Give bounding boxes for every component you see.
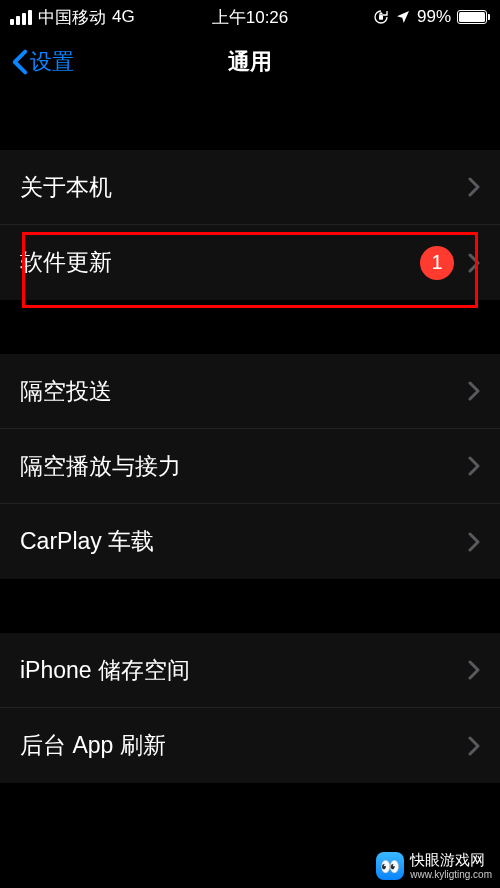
chevron-right-icon bbox=[468, 456, 480, 476]
settings-row-airplay-handoff[interactable]: 隔空播放与接力 bbox=[0, 429, 500, 504]
network-label: 4G bbox=[112, 7, 135, 27]
settings-group: 隔空投送隔空播放与接力CarPlay 车载 bbox=[0, 354, 500, 579]
settings-row-label: 关于本机 bbox=[20, 172, 468, 203]
back-label: 设置 bbox=[30, 47, 74, 77]
settings-list: 关于本机软件更新1隔空投送隔空播放与接力CarPlay 车载iPhone 储存空… bbox=[0, 150, 500, 783]
settings-row-about[interactable]: 关于本机 bbox=[0, 150, 500, 225]
group-gap bbox=[0, 579, 500, 633]
settings-row-airdrop[interactable]: 隔空投送 bbox=[0, 354, 500, 429]
settings-row-label: 软件更新 bbox=[20, 247, 420, 278]
settings-group: iPhone 储存空间后台 App 刷新 bbox=[0, 633, 500, 783]
settings-row-background-app-refresh[interactable]: 后台 App 刷新 bbox=[0, 708, 500, 783]
back-button[interactable]: 设置 bbox=[12, 47, 74, 77]
chevron-right-icon bbox=[468, 253, 480, 273]
status-time: 上午10:26 bbox=[212, 6, 289, 29]
settings-row-iphone-storage[interactable]: iPhone 储存空间 bbox=[0, 633, 500, 708]
svg-rect-0 bbox=[379, 15, 383, 20]
settings-group: 关于本机软件更新1 bbox=[0, 150, 500, 300]
notification-badge: 1 bbox=[420, 246, 454, 280]
chevron-right-icon bbox=[468, 177, 480, 197]
chevron-right-icon bbox=[468, 381, 480, 401]
watermark-logo-icon: 👀 bbox=[376, 852, 404, 880]
page-title: 通用 bbox=[228, 47, 272, 77]
status-right: 99% bbox=[373, 7, 490, 27]
carrier-label: 中国移动 bbox=[38, 6, 106, 29]
chevron-right-icon bbox=[468, 660, 480, 680]
battery-icon bbox=[457, 10, 490, 24]
signal-strength-icon bbox=[10, 10, 32, 25]
rotation-lock-icon bbox=[373, 9, 389, 25]
status-left: 中国移动 4G bbox=[10, 6, 135, 29]
chevron-left-icon bbox=[12, 49, 28, 75]
watermark-title: 快眼游戏网 bbox=[410, 852, 492, 869]
settings-row-label: 后台 App 刷新 bbox=[20, 730, 468, 761]
settings-row-software-update[interactable]: 软件更新1 bbox=[0, 225, 500, 300]
settings-row-label: CarPlay 车载 bbox=[20, 526, 468, 557]
nav-bar: 设置 通用 bbox=[0, 34, 500, 90]
chevron-right-icon bbox=[468, 736, 480, 756]
spacer bbox=[0, 90, 500, 150]
watermark: 👀 快眼游戏网 www.kyligting.com bbox=[376, 852, 492, 880]
settings-row-carplay[interactable]: CarPlay 车载 bbox=[0, 504, 500, 579]
settings-row-label: 隔空投送 bbox=[20, 376, 468, 407]
watermark-sub: www.kyligting.com bbox=[410, 869, 492, 880]
battery-pct: 99% bbox=[417, 7, 451, 27]
chevron-right-icon bbox=[468, 532, 480, 552]
settings-row-label: iPhone 储存空间 bbox=[20, 655, 468, 686]
status-bar: 中国移动 4G 上午10:26 99% bbox=[0, 0, 500, 34]
location-icon bbox=[395, 9, 411, 25]
group-gap bbox=[0, 300, 500, 354]
settings-row-label: 隔空播放与接力 bbox=[20, 451, 468, 482]
